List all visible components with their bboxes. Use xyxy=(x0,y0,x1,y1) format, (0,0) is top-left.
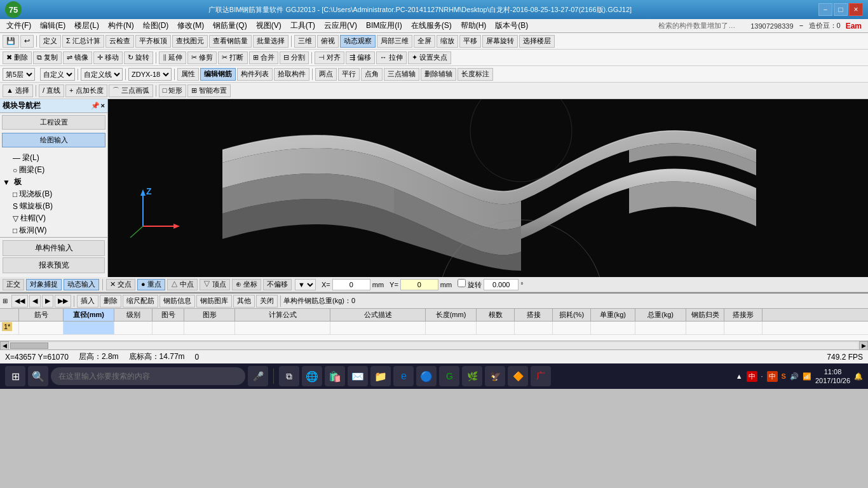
toolbar-rect[interactable]: □ 矩形 xyxy=(159,85,187,97)
toolbar-select[interactable]: ▲ 选择 xyxy=(3,85,33,97)
toolbar-parallel[interactable]: 平行 xyxy=(338,68,360,81)
dynamic-input-btn[interactable]: 动态输入 xyxy=(64,279,99,290)
toolbar-top-view[interactable]: 俯视 xyxy=(317,35,339,48)
project-settings-btn[interactable]: 工程设置 xyxy=(2,115,105,130)
scroll-left-btn[interactable]: ◀ xyxy=(0,341,9,350)
drawing-input-btn[interactable]: 绘图输入 xyxy=(2,133,105,147)
toolbar-select-floor[interactable]: 选择楼层 xyxy=(519,35,555,48)
menu-help[interactable]: 帮助(H) xyxy=(457,19,491,32)
app3-btn[interactable]: 🦅 xyxy=(485,366,505,386)
scale-rebar-btn[interactable]: 缩尺配筋 xyxy=(123,295,158,308)
ime-mode-icon[interactable]: · xyxy=(761,372,763,380)
input-mode-icon[interactable]: 中 xyxy=(767,371,778,382)
toolbar-align-slab[interactable]: 平齐板顶 xyxy=(135,35,171,48)
clock-display[interactable]: 11:08 2017/10/26 xyxy=(815,367,850,386)
midpoint-snap-btn[interactable]: △ 中点 xyxy=(167,279,198,290)
toolbar-zoom[interactable]: 缩放 xyxy=(437,35,458,48)
ie-btn[interactable]: e xyxy=(393,366,414,386)
taskview-btn[interactable]: ⧉ xyxy=(279,366,299,386)
toolbar-partial-3d[interactable]: 局部三维 xyxy=(377,35,412,48)
cell-formula[interactable] xyxy=(235,322,330,334)
nav-prev-btn[interactable]: ◀ xyxy=(29,295,41,308)
ggj-app-btn[interactable]: 广 xyxy=(531,366,551,386)
tree-item-column-cap[interactable]: ▽ 柱帽(V) xyxy=(1,212,106,224)
h-scrollbar[interactable]: ◀ ▶ xyxy=(0,341,868,349)
menu-eam[interactable]: Eam xyxy=(842,20,865,32)
toolbar-two-point[interactable]: 两点 xyxy=(315,68,337,81)
toolbar-edit-rebar[interactable]: 编辑钢筋 xyxy=(200,68,236,81)
toolbar-stretch[interactable]: ↔ 拉伸 xyxy=(376,51,407,64)
volume-icon[interactable]: 🔊 xyxy=(790,372,799,381)
toolbar-anchor[interactable]: ✦ 设置夹点 xyxy=(408,51,451,64)
menu-cloud[interactable]: 云应用(V) xyxy=(320,19,361,32)
start-button[interactable]: ⊞ xyxy=(5,366,25,386)
chrome-btn[interactable]: 🔵 xyxy=(416,366,437,386)
cell-category[interactable] xyxy=(686,322,724,334)
toolbar-trim[interactable]: ✂ 修剪 xyxy=(187,51,217,64)
toolbar-offset[interactable]: ⇶ 偏移 xyxy=(346,51,375,64)
app1-btn[interactable]: G xyxy=(439,366,459,386)
diameter-input[interactable] xyxy=(65,323,112,330)
cortana-mic-btn[interactable]: 🎤 xyxy=(248,366,268,386)
rebar-info-btn[interactable]: 钢筋信息 xyxy=(159,295,195,308)
app2-btn[interactable]: 🌿 xyxy=(462,366,482,386)
menu-file[interactable]: 文件(F) xyxy=(3,19,35,32)
viewport[interactable]: Z xyxy=(108,99,868,277)
cell-splice[interactable] xyxy=(515,322,553,334)
cell-grade[interactable] xyxy=(114,322,153,334)
other-btn[interactable]: 其他 xyxy=(233,295,255,308)
no-offset-btn[interactable]: 不偏移 xyxy=(263,279,292,290)
cell-shape[interactable] xyxy=(184,322,235,334)
toolbar-member-list[interactable]: 构件列表 xyxy=(237,68,273,81)
toolbar-move[interactable]: ✛ 移动 xyxy=(93,51,123,64)
menu-rebar-qty[interactable]: 钢筋量(Q) xyxy=(209,19,250,32)
toolbar-delete[interactable]: ✖ 删除 xyxy=(3,51,32,64)
single-member-input-btn[interactable]: 单构件输入 xyxy=(3,240,105,256)
scroll-right-btn[interactable]: ▶ xyxy=(859,341,868,350)
toolbar-length-dim[interactable]: 长度标注 xyxy=(458,68,493,81)
cell-length[interactable] xyxy=(426,322,477,334)
browser-btn[interactable]: 🌐 xyxy=(302,366,322,386)
toolbar-properties[interactable]: 属性 xyxy=(177,68,199,81)
toolbar-screen-rotate[interactable]: 屏幕旋转 xyxy=(482,35,518,48)
tree-item-beam[interactable]: — 梁(L) xyxy=(1,152,106,164)
report-preview-btn[interactable]: 报表预览 xyxy=(3,257,105,273)
object-snap-btn[interactable]: 对象捕捉 xyxy=(26,279,62,290)
tree-item-cast-slab[interactable]: □ 现浇板(B) xyxy=(1,188,106,200)
rotate-input[interactable] xyxy=(484,279,519,290)
menu-modify[interactable]: 修改(M) xyxy=(173,19,208,32)
toolbar-define[interactable]: 定义 xyxy=(39,35,61,48)
profile-select[interactable]: ZDYX-18 xyxy=(128,68,172,81)
layer-type-select[interactable]: 自定义 xyxy=(40,68,75,81)
app4-btn[interactable]: 🔶 xyxy=(508,366,528,386)
menu-member[interactable]: 构件(N) xyxy=(104,19,138,32)
line-type-select[interactable]: 自定义线 xyxy=(81,68,123,81)
rotate-checkbox[interactable] xyxy=(458,279,466,287)
x-input[interactable] xyxy=(332,279,370,290)
cell-desc[interactable] xyxy=(330,322,426,334)
toolbar-copy[interactable]: ⧉ 复制 xyxy=(33,51,62,64)
menu-version[interactable]: 版本号(B) xyxy=(491,19,532,32)
toolbar-save[interactable]: 💾 xyxy=(3,35,19,48)
toolbar-pick-member[interactable]: 拾取构件 xyxy=(274,68,309,81)
mail-btn[interactable]: ✉️ xyxy=(348,366,368,386)
toolbar-rotate[interactable]: ↻ 旋转 xyxy=(124,51,153,64)
toolbar-three-arc[interactable]: ⌒ 三点画弧 xyxy=(109,85,153,97)
toolbar-break[interactable]: ✂ 打断 xyxy=(218,51,247,64)
scroll-track[interactable] xyxy=(10,342,858,349)
vertex-snap-btn[interactable]: ▽ 顶点 xyxy=(200,279,230,290)
tree-item-ring-beam[interactable]: ○ 圈梁(E) xyxy=(1,164,106,176)
ime-icon[interactable]: 中 xyxy=(747,371,757,382)
cell-loss[interactable] xyxy=(553,322,591,334)
menu-edit[interactable]: 编辑(E) xyxy=(36,19,69,32)
menu-floor[interactable]: 楼层(L) xyxy=(71,19,103,32)
toolbar-mirror[interactable]: ⇌ 镜像 xyxy=(63,51,92,64)
toolbar-fullscreen[interactable]: 全屏 xyxy=(414,35,435,48)
toolbar-calculate[interactable]: Σ 汇总计算 xyxy=(62,35,104,48)
sogou-icon[interactable]: S xyxy=(782,372,786,380)
rebar-lib-btn[interactable]: 钢筋图库 xyxy=(196,295,232,308)
toolbar-align[interactable]: ⊣ 对齐 xyxy=(315,51,344,64)
menu-view[interactable]: 视图(V) xyxy=(252,19,285,32)
toolbar-cloud-check[interactable]: 云检查 xyxy=(105,35,134,48)
menu-online[interactable]: 在线服务(S) xyxy=(407,19,456,32)
